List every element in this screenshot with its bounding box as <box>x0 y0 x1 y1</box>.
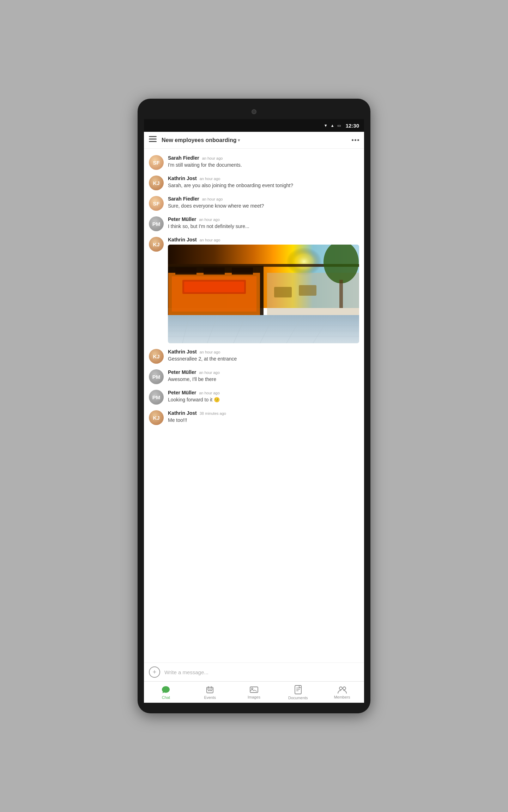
nav-item-chat[interactable]: Chat <box>144 682 188 703</box>
members-icon <box>337 686 347 694</box>
message-text: Sure, does everyone know where we meet? <box>168 203 359 210</box>
sender-name: Sarah Fiedler <box>168 155 199 161</box>
nav-item-members[interactable]: Members <box>320 682 364 703</box>
message-content: Kathrin Jost 38 minutes ago Me too!!! <box>168 410 359 424</box>
message-row: PM Peter Müller an hour ago Looking forw… <box>144 387 364 407</box>
sender-name: Peter Müller <box>168 369 196 375</box>
message-image[interactable] <box>168 245 359 343</box>
message-text: Awesome, I'll be there <box>168 376 359 383</box>
svg-rect-17 <box>339 280 343 308</box>
wifi-icon: ▼ <box>324 123 328 128</box>
nav-label-images: Images <box>248 695 260 699</box>
message-text: Gessnerallee 2, at the entrance <box>168 356 359 363</box>
message-content: Sarah Fiedler an hour ago I'm still wait… <box>168 155 359 169</box>
message-text: I think so, but I'm not definitely sure.… <box>168 223 359 230</box>
app-screen: New employees onboarding ▾ SF Sarah Fied… <box>144 132 364 703</box>
message-row: KJ Kathrin Jost 38 minutes ago Me too!!! <box>144 407 364 428</box>
message-row: SF Sarah Fiedler an hour ago Sure, does … <box>144 193 364 214</box>
svg-point-44 <box>339 687 342 690</box>
message-content: Sarah Fiedler an hour ago Sure, does eve… <box>168 196 359 210</box>
events-icon <box>206 685 214 694</box>
message-text: I'm still waiting for the documents. <box>168 162 359 169</box>
svg-rect-35 <box>208 690 209 691</box>
message-content: Peter Müller an hour ago Awesome, I'll b… <box>168 369 359 383</box>
message-text: Looking forward to it 🙂 <box>168 396 359 404</box>
message-row: PM Peter Müller an hour ago Awesome, I'l… <box>144 367 364 387</box>
message-time: an hour ago <box>200 238 220 242</box>
signal-icon: ▲ <box>331 123 334 128</box>
avatar: KJ <box>149 349 164 364</box>
message-content: Peter Müller an hour ago Looking forward… <box>168 390 359 404</box>
message-time: an hour ago <box>200 350 220 354</box>
svg-rect-1 <box>149 139 157 140</box>
svg-rect-0 <box>149 136 157 137</box>
nav-label-members: Members <box>334 695 350 699</box>
plus-icon: + <box>153 669 157 676</box>
chat-icon <box>161 685 170 694</box>
message-row: SF Sarah Fiedler an hour ago I'm still w… <box>144 152 364 173</box>
sender-name: Kathrin Jost <box>168 410 197 416</box>
svg-rect-11 <box>204 267 225 275</box>
sender-name: Kathrin Jost <box>168 176 197 181</box>
nav-label-documents: Documents <box>288 696 308 700</box>
svg-rect-12 <box>232 267 253 275</box>
bottom-nav: Chat Events <box>144 681 364 703</box>
message-content: Kathrin Jost an hour ago Sarah, are you … <box>168 176 359 189</box>
sender-name: Peter Müller <box>168 390 196 395</box>
svg-rect-36 <box>210 690 211 691</box>
sender-name: Kathrin Jost <box>168 349 197 355</box>
channel-title[interactable]: New employees onboarding ▾ <box>162 137 352 143</box>
message-text: Sarah, are you also joining the onboardi… <box>168 182 359 189</box>
nav-label-chat: Chat <box>162 695 170 700</box>
message-time: 38 minutes ago <box>200 411 226 416</box>
message-content: Kathrin Jost an hour ago <box>168 237 359 343</box>
nav-label-events: Events <box>204 695 216 700</box>
app-header: New employees onboarding ▾ <box>144 132 364 149</box>
message-content: Kathrin Jost an hour ago Gessnerallee 2,… <box>168 349 359 363</box>
message-row: KJ Kathrin Jost an hour ago Sarah, are y… <box>144 173 364 193</box>
message-time: an hour ago <box>202 197 223 201</box>
avatar: SF <box>149 196 164 211</box>
more-options-button[interactable] <box>352 139 359 141</box>
svg-rect-10 <box>175 267 196 275</box>
status-time: 12:30 <box>346 123 359 129</box>
message-time: an hour ago <box>202 156 223 160</box>
nav-item-images[interactable]: Images <box>232 682 276 703</box>
svg-rect-37 <box>211 690 212 691</box>
device: ▼ ▲ ▭ 12:30 New employees onboarding ▾ <box>138 99 370 713</box>
avatar: KJ <box>149 410 164 425</box>
chevron-down-icon: ▾ <box>238 138 240 143</box>
input-area: + Write a message... <box>144 663 364 681</box>
sender-name: Kathrin Jost <box>168 237 197 242</box>
camera <box>252 109 256 114</box>
menu-icon[interactable] <box>149 136 157 144</box>
battery-icon: ▭ <box>337 123 341 128</box>
documents-icon <box>294 685 302 694</box>
sender-name: Peter Müller <box>168 216 196 222</box>
images-icon <box>249 686 259 694</box>
nav-item-events[interactable]: Events <box>188 682 232 703</box>
message-time: an hour ago <box>199 370 220 375</box>
nav-item-documents[interactable]: Documents <box>276 682 320 703</box>
svg-rect-40 <box>295 685 301 694</box>
message-row: KJ Kathrin Jost an hour ago <box>144 234 364 346</box>
svg-rect-30 <box>184 282 244 292</box>
add-attachment-button[interactable]: + <box>149 666 160 678</box>
message-time: an hour ago <box>199 217 220 222</box>
message-content: Peter Müller an hour ago I think so, but… <box>168 216 359 230</box>
svg-rect-18 <box>168 315 359 343</box>
svg-rect-2 <box>149 141 157 142</box>
svg-rect-15 <box>299 285 316 296</box>
sender-name: Sarah Fiedler <box>168 196 199 202</box>
messages-list[interactable]: SF Sarah Fiedler an hour ago I'm still w… <box>144 149 364 663</box>
avatar: KJ <box>149 176 164 190</box>
avatar: KJ <box>149 237 164 252</box>
message-row: KJ Kathrin Jost an hour ago Gessnerallee… <box>144 346 364 367</box>
avatar: SF <box>149 155 164 170</box>
svg-rect-38 <box>250 687 258 693</box>
message-input-field[interactable]: Write a message... <box>164 667 359 677</box>
avatar: PM <box>149 390 164 405</box>
message-text: Me too!!! <box>168 417 359 424</box>
message-row: PM Peter Müller an hour ago I think so, … <box>144 214 364 234</box>
status-bar: ▼ ▲ ▭ 12:30 <box>144 119 364 132</box>
